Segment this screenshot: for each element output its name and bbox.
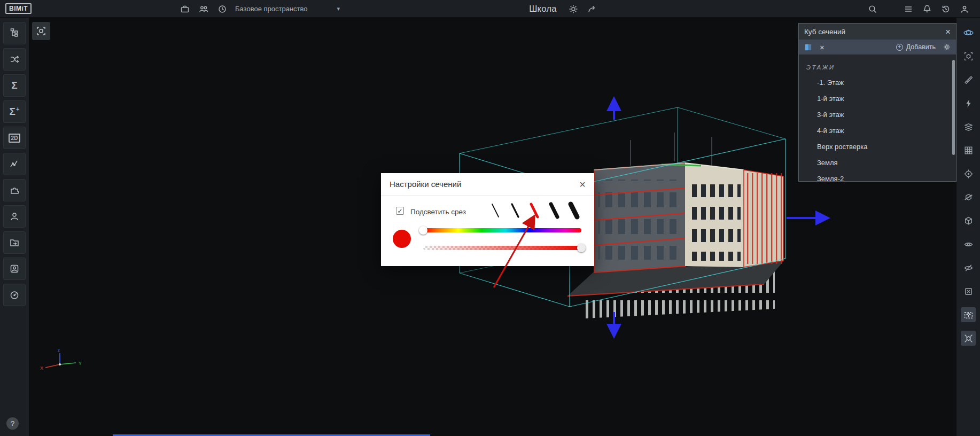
line-chart-icon (9, 159, 20, 169)
axis-x-label: X (40, 365, 43, 371)
floor-item[interactable]: 3-й этаж (799, 107, 956, 123)
cube-button[interactable] (961, 213, 976, 228)
clear-selection-button[interactable] (961, 284, 976, 299)
viewpoint-focus-button[interactable] (32, 22, 50, 40)
show-button[interactable] (961, 237, 976, 252)
sum-add-button[interactable]: Σ+ (3, 100, 26, 123)
section-plane-button[interactable] (961, 190, 976, 205)
project-title: Школа (529, 0, 557, 18)
floors-list: ЭТАЖИ -1. Этаж 1-й этаж 3-й этаж 4-й эта… (799, 54, 956, 181)
connections-button[interactable] (3, 48, 26, 71)
time-icon[interactable] (217, 4, 228, 14)
close-icon[interactable]: × (579, 179, 586, 190)
axis-y-label: Y (79, 361, 82, 366)
users-button[interactable] (3, 205, 26, 228)
add-section-label: Добавить (906, 43, 936, 51)
model-structure-button[interactable] (3, 22, 26, 44)
add-section-button[interactable]: + Добавить (896, 43, 936, 51)
plugins-button[interactable] (3, 179, 26, 201)
topbar-right-icons (867, 0, 970, 18)
sigma-icon: Σ (11, 80, 17, 91)
measure-button[interactable] (961, 72, 976, 87)
shuffle-icon (9, 54, 20, 65)
share-icon[interactable] (587, 4, 597, 14)
workspace-selector-label: Базовое пространство (235, 5, 308, 13)
topbar: BIMiT Базовое пространство ▾ Школа (0, 0, 980, 18)
topbar-left-icons (180, 0, 228, 18)
grid-button[interactable] (961, 143, 976, 158)
notifications-icon[interactable] (922, 4, 932, 14)
explode-button[interactable] (961, 331, 976, 346)
gauge-icon (9, 290, 20, 300)
help-button[interactable]: ? (6, 417, 19, 430)
dialog-title: Настройки сечений (390, 180, 461, 189)
opacity-slider[interactable] (423, 246, 581, 250)
stroke-option-2[interactable] (512, 204, 518, 217)
charts-button[interactable] (3, 153, 26, 175)
workspace-selector[interactable]: Базовое пространство ▾ (235, 0, 340, 18)
folder-share-icon (9, 237, 20, 248)
panel-scrollbar[interactable] (952, 60, 955, 155)
stroke-width-options (488, 201, 589, 222)
person-icon (9, 211, 20, 222)
clash-button[interactable] (961, 96, 976, 111)
storeys-button[interactable] (961, 119, 976, 134)
collaboration-icon[interactable] (198, 4, 209, 14)
section-cube-icon[interactable] (804, 43, 812, 51)
stroke-option-4[interactable] (551, 204, 557, 217)
axis-z-label: z (58, 348, 60, 353)
plus-icon: + (16, 106, 19, 112)
history-icon[interactable] (940, 4, 951, 14)
dialog-header: Настройки сечений × (381, 173, 594, 196)
clear-sections-icon[interactable]: × (820, 43, 825, 51)
opacity-slider-thumb[interactable] (577, 244, 586, 252)
floor-item[interactable]: -1. Этаж (799, 75, 956, 91)
target-button[interactable] (961, 166, 976, 181)
orbit-button[interactable] (961, 25, 976, 40)
isolate-button[interactable] (961, 49, 976, 64)
section-cube-panel: Куб сечений × × + Добавить ЭТАЖИ -1. Эта… (798, 23, 956, 182)
section-box-button[interactable] (961, 307, 976, 322)
puzzle-icon (9, 185, 20, 196)
sigma-icon: Σ (10, 106, 15, 118)
sum-button[interactable]: Σ (3, 74, 26, 97)
projects-icon[interactable] (180, 4, 190, 14)
floor-item[interactable]: 4-й этаж (799, 123, 956, 139)
floor-item[interactable]: Земля-2 (799, 171, 956, 181)
highlight-slice-checkbox[interactable]: ✓ (396, 207, 404, 215)
dashboard-button[interactable] (3, 284, 26, 306)
close-icon[interactable]: × (945, 27, 951, 36)
2d-icon: 2D (9, 134, 21, 143)
plus-circle-icon: + (896, 44, 903, 51)
hue-slider-thumb[interactable] (419, 226, 427, 235)
color-preview[interactable] (393, 230, 411, 248)
stroke-option-5[interactable] (571, 204, 577, 217)
panel-header: Куб сечений × (799, 24, 956, 40)
search-icon[interactable] (867, 4, 878, 14)
floor-item[interactable]: Верх ростверка (799, 139, 956, 155)
floor-item[interactable]: Земля (799, 155, 956, 171)
menu-list-icon[interactable] (903, 4, 914, 14)
section-settings-icon[interactable] (943, 43, 951, 51)
axis-gizmo[interactable]: X Y z (38, 346, 87, 378)
floor-item[interactable]: 1-й этаж (799, 91, 956, 107)
app-logo: BIMiT (5, 3, 32, 14)
stroke-option-1[interactable] (492, 204, 499, 217)
shared-folder-button[interactable] (3, 231, 26, 254)
2d-view-button[interactable]: 2D (3, 127, 26, 149)
chevron-down-icon: ▾ (337, 5, 340, 12)
project-settings-icon[interactable] (568, 4, 579, 14)
user-card-button[interactable] (3, 258, 26, 280)
right-toolbar (956, 18, 980, 436)
floors-group-header: ЭТАЖИ (799, 60, 956, 75)
dialog-body: ✓ Подсветить срез (381, 196, 594, 266)
hue-slider[interactable] (423, 228, 581, 232)
focus-frame-icon (36, 26, 46, 36)
panel-title: Куб сечений (804, 28, 845, 36)
hide-button[interactable] (961, 260, 976, 275)
highlight-slice-label[interactable]: Подсветить срез (410, 208, 466, 216)
section-settings-dialog: Настройки сечений × ✓ Подсветить срез (381, 173, 594, 266)
user-avatar-icon[interactable] (959, 4, 970, 14)
model-tree-icon (9, 28, 20, 38)
stroke-option-3-selected[interactable] (531, 204, 538, 217)
